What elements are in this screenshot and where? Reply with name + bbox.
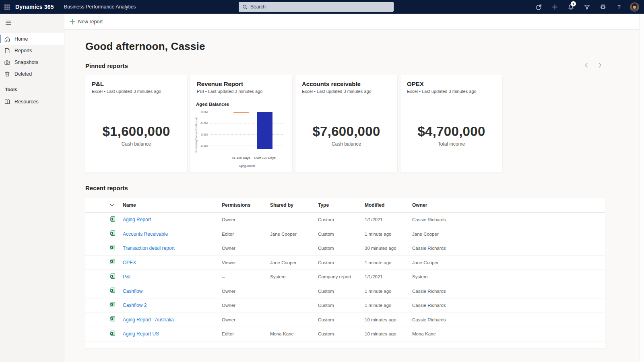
- compass-icon[interactable]: [530, 0, 547, 14]
- report-name-link[interactable]: Aging Report US: [123, 331, 222, 337]
- table-row[interactable]: CashflowOwnerCustom1 minute agoCassie Ri…: [85, 284, 605, 299]
- cell-owner: System: [412, 274, 599, 279]
- report-name-link[interactable]: Accounts Receivable: [123, 231, 222, 237]
- kpi-value: $4,700,000: [417, 124, 485, 139]
- table-row[interactable]: Accounts ReceivableEditorJane CooperCust…: [85, 227, 605, 242]
- cell-type: Custom: [318, 331, 365, 336]
- table-row[interactable]: Aging ReportOwnerCustom1/1/2021Cassie Ri…: [85, 213, 605, 227]
- carousel-next-icon[interactable]: [597, 62, 604, 69]
- search-box[interactable]: [239, 2, 394, 12]
- column-header-owner[interactable]: Owner: [412, 202, 599, 208]
- table-row[interactable]: OPEXViewerJane CooperCustom1 minute agoJ…: [85, 256, 605, 270]
- card-title: OPEX: [407, 80, 496, 87]
- table-row[interactable]: P&L--SystemCompany report1/1/2021System: [85, 270, 605, 284]
- topbar-actions: 1 ⚙ ?: [530, 0, 642, 14]
- kpi-value: $7,600,000: [312, 124, 380, 139]
- user-avatar[interactable]: [627, 0, 642, 14]
- column-header-type[interactable]: Type: [318, 202, 365, 208]
- cell-shared-by: Jane Cooper: [270, 232, 318, 237]
- column-header-shared-by[interactable]: Shared by: [270, 202, 318, 208]
- topbar-divider: [59, 4, 59, 10]
- tools-section-label: Tools: [0, 80, 64, 96]
- pinned-card-accounts-receivable[interactable]: Accounts receivableExcel • Last updated …: [295, 75, 397, 173]
- table-row[interactable]: Aging Report - AustraliaOwnerCustom10 mi…: [85, 313, 605, 327]
- pinned-card-revenue-report[interactable]: Revenue ReportPBI • Last updated 3 minut…: [190, 75, 292, 173]
- column-header-permissions[interactable]: Permissions: [222, 202, 270, 208]
- settings-gear-icon[interactable]: ⚙: [595, 0, 611, 14]
- cell-owner: Mona Kane: [412, 331, 599, 336]
- sidebar-item-deleted[interactable]: Deleted: [0, 68, 64, 80]
- chart-gridline: [210, 146, 284, 146]
- new-report-button[interactable]: New report: [70, 19, 103, 25]
- greeting-heading: Good afternoon, Cassie: [85, 40, 644, 53]
- card-subtitle: Excel • Last updated 3 minutes ago: [92, 89, 181, 94]
- command-bar: New report: [64, 14, 644, 30]
- report-name-link[interactable]: Aging Report - Australia: [123, 317, 222, 323]
- table-row[interactable]: Aging Report USEditorMona KaneCustom10 m…: [85, 327, 605, 341]
- excel-file-icon: [109, 316, 123, 323]
- cell-modified: 1/1/2021: [365, 274, 412, 279]
- sidebar-item-home[interactable]: Home: [0, 33, 64, 45]
- chart-y-tick: -0.1M: [196, 121, 208, 125]
- card-header: Accounts receivableExcel • Last updated …: [295, 75, 397, 98]
- plus-icon: [70, 19, 75, 25]
- sidebar-item-reports[interactable]: Reports: [0, 45, 64, 56]
- brand-title[interactable]: Dynamics 365: [15, 4, 54, 10]
- report-name-link[interactable]: OPEX: [123, 260, 222, 265]
- sidebar-item-label: Snapshots: [14, 60, 38, 65]
- help-icon[interactable]: ?: [611, 0, 627, 14]
- table-row[interactable]: Transaction detail reportOwnerCustom30 m…: [85, 241, 605, 256]
- carousel-prev-icon[interactable]: [583, 62, 590, 69]
- notifications-icon[interactable]: 1: [563, 0, 579, 14]
- report-name-link[interactable]: P&L: [123, 274, 222, 280]
- excel-file-icon: [109, 302, 123, 309]
- filter-icon[interactable]: [579, 0, 595, 14]
- cell-owner: Jane Cooper: [412, 260, 599, 265]
- excel-file-icon: [109, 216, 123, 224]
- carousel-nav: [583, 62, 604, 69]
- aged-balances-chart: Aged BalancesRemainingTransactionAmount0…: [190, 98, 292, 173]
- table-header-row: NamePermissionsShared byTypeModifiedOwne…: [85, 198, 605, 213]
- cell-owner: Cassie Richards: [412, 217, 599, 222]
- cell-modified: 1/1/2021: [365, 217, 412, 222]
- excel-file-icon: [109, 230, 123, 238]
- card-title: Revenue Report: [197, 80, 286, 87]
- cell-type: Company report: [318, 274, 365, 279]
- snapshots-icon: [4, 59, 10, 66]
- excel-file-icon: [109, 259, 123, 266]
- column-header-name[interactable]: Name: [123, 202, 222, 208]
- cell-owner: Jane Cooper: [412, 232, 599, 237]
- chart-y-tick: -0.3M: [196, 144, 208, 148]
- sidebar-item-snapshots[interactable]: Snapshots: [0, 56, 64, 68]
- excel-file-icon: [109, 330, 123, 338]
- app-launcher-icon[interactable]: [0, 0, 14, 14]
- cell-type: Custom: [318, 232, 365, 237]
- page-scrollbar[interactable]: [639, 14, 644, 362]
- main-content: Good afternoon, Cassie Pinned reports P&…: [64, 30, 644, 362]
- pinned-reports-header: Pinned reports: [85, 62, 644, 69]
- hamburger-menu-icon[interactable]: [0, 14, 16, 31]
- cell-type: Custom: [318, 289, 365, 294]
- table-row[interactable]: Cashflow 2OwnerCustom1 minute agoCassie …: [85, 298, 605, 313]
- pinned-cards-row: P&LExcel • Last updated 3 minutes ago$1,…: [85, 75, 644, 173]
- card-kpi-body: $7,600,000Cash balance: [295, 98, 397, 173]
- cell-type: Custom: [318, 317, 365, 322]
- search-input[interactable]: [250, 4, 390, 10]
- cell-permissions: Editor: [222, 232, 270, 237]
- sidebar-item-resources[interactable]: Resources: [0, 96, 64, 107]
- report-name-link[interactable]: Cashflow: [123, 288, 222, 294]
- report-name-link[interactable]: Transaction detail report: [123, 245, 222, 251]
- pinned-card-opex[interactable]: OPEXExcel • Last updated 3 minutes ago$4…: [400, 75, 502, 173]
- pinned-card-p-l[interactable]: P&LExcel • Last updated 3 minutes ago$1,…: [85, 75, 187, 173]
- sidebar-item-label: Deleted: [14, 71, 32, 77]
- cell-modified: 1 minute ago: [365, 260, 412, 265]
- table-select-chevron-icon[interactable]: [109, 203, 123, 208]
- report-name-link[interactable]: Cashflow 2: [123, 302, 222, 308]
- cell-type: Custom: [318, 260, 365, 265]
- add-icon[interactable]: [547, 0, 563, 14]
- app-name[interactable]: Business Performance Analytics: [64, 4, 136, 10]
- report-name-link[interactable]: Aging Report: [123, 217, 222, 222]
- chart-gridline: [210, 123, 284, 123]
- column-header-modified[interactable]: Modified: [365, 202, 412, 208]
- cell-type: Custom: [318, 303, 365, 308]
